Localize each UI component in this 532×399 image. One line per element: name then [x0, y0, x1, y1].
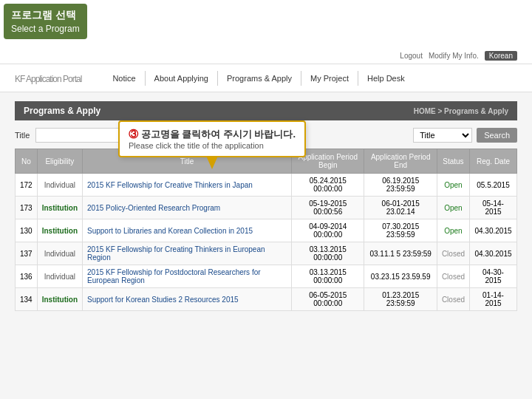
cell-no: 172: [16, 174, 38, 197]
nav-bar: KF Application Portal Notice About Apply…: [0, 64, 532, 92]
col-status: Status: [437, 149, 469, 174]
cell-title[interactable]: 2015 KF Fellowship for Postdoctoral Rese…: [83, 265, 292, 288]
search-button[interactable]: Search: [477, 128, 517, 143]
content-area: Programs & Apply HOME > Programs & Apply…: [0, 92, 532, 320]
cell-end: 01.23.2015 23:59:59: [364, 288, 437, 311]
table-row: 134 Institution Support for Korean Studi…: [16, 288, 517, 311]
col-no: No: [16, 149, 38, 174]
cell-regdate: 05-14-2015: [470, 197, 517, 219]
cell-title[interactable]: 2015 Policy-Oriented Research Program: [83, 197, 292, 219]
cell-regdate: 04.30.2015: [470, 242, 517, 265]
cell-status: Closed: [437, 242, 469, 265]
cell-end: 06.19.2015 23:59:59: [364, 174, 437, 197]
cell-begin: 04-09-2014 00:00:00: [292, 219, 364, 242]
cell-begin: 03.13.2015 00:00:00: [292, 242, 364, 265]
col-end: Application PeriodEnd: [364, 149, 437, 174]
cell-eligibility: Institution: [37, 219, 82, 242]
search-input[interactable]: [35, 128, 124, 143]
cell-no: 137: [16, 242, 38, 265]
nav-helpdesk[interactable]: Help Desk: [358, 71, 414, 86]
cell-title[interactable]: Support for Korean Studies 2 Resources 2…: [83, 288, 292, 311]
cell-regdate: 05.5.2015: [470, 174, 517, 197]
cell-eligibility: Institution: [37, 197, 82, 219]
cell-title[interactable]: 2015 KF Fellowship for Creative Thinkers…: [83, 174, 292, 197]
table-row: 173 Institution 2015 Policy-Oriented Res…: [16, 197, 517, 219]
cell-eligibility: Individual: [37, 265, 82, 288]
program-select-label: 프로그램 선택 Select a Program: [4, 4, 87, 39]
cell-regdate: 04-30-2015: [470, 265, 517, 288]
table-row: 137 Individual 2015 KF Fellowship for Cr…: [16, 242, 517, 265]
nav-project[interactable]: My Project: [301, 71, 358, 86]
cell-begin: 06-05-2015 00:00:00: [292, 288, 364, 311]
cell-begin: 03.13.2015 00:00:00: [292, 265, 364, 288]
cell-status: Closed: [437, 288, 469, 311]
nav-about[interactable]: About Applying: [146, 71, 218, 86]
nav-items: Notice About Applying Programs & Apply M…: [103, 71, 413, 86]
col-regdate: Reg. Date: [470, 149, 517, 174]
modify-link[interactable]: Modify My Info.: [429, 52, 479, 60]
table-row: 136 Individual 2015 KF Fellowship for Po…: [16, 265, 517, 288]
cell-begin: 05.24.2015 00:00:00: [292, 174, 364, 197]
tooltip-en: Please click the title of the applicatio…: [129, 141, 296, 150]
cell-begin: 05-19-2015 00:00:56: [292, 197, 364, 219]
cell-eligibility: Individual: [37, 242, 82, 265]
cell-regdate: 04.30.2015: [470, 219, 517, 242]
nav-notice[interactable]: Notice: [103, 71, 145, 86]
logo: KF Application Portal: [15, 70, 81, 86]
top-bar: Logout Modify My Info. Korean: [0, 48, 532, 64]
cell-eligibility: Institution: [37, 288, 82, 311]
cell-title[interactable]: 2015 KF Fellowship for Creating Thinkers…: [83, 242, 292, 265]
cell-no: 173: [16, 197, 38, 219]
program-select-ko: 프로그램 선택: [11, 8, 80, 23]
breadcrumb: HOME > Programs & Apply: [414, 107, 508, 115]
nav-programs[interactable]: Programs & Apply: [218, 71, 301, 86]
cell-regdate: 01-14-2015: [470, 288, 517, 311]
cell-title[interactable]: Support to Libraries and Korean Collecti…: [83, 219, 292, 242]
cell-status: Closed: [437, 265, 469, 288]
tooltip-ko: ③ 공고명을 클릭하여 주시기 바랍니다.: [129, 128, 296, 141]
cell-status: Open: [437, 197, 469, 219]
title-select[interactable]: Title All: [413, 128, 472, 143]
section-header: Programs & Apply HOME > Programs & Apply: [15, 101, 517, 120]
program-select-en: Select a Program: [11, 23, 80, 35]
section-title: Programs & Apply: [24, 106, 100, 116]
cell-end: 06-01-2015 23.02.14: [364, 197, 437, 219]
logo-kf: KF: [15, 74, 24, 84]
cell-end: 03.23.15 23.59.59: [364, 265, 437, 288]
language-btn[interactable]: Korean: [485, 51, 517, 61]
data-table: No Eligibility Title Application PeriodB…: [15, 149, 517, 311]
table-body: 172 Individual 2015 KF Fellowship for Cr…: [16, 174, 517, 311]
cell-end: 03.11.1 5 23:59:59: [364, 242, 437, 265]
cell-eligibility: Individual: [37, 174, 82, 197]
col-eligibility: Eligibility: [37, 149, 82, 174]
search-row: Title ③ 공고명을 클릭하여 주시기 바랍니다. Please click…: [15, 128, 517, 143]
table-row: 130 Institution Support to Libraries and…: [16, 219, 517, 242]
tooltip-balloon: ③ 공고명을 클릭하여 주시기 바랍니다. Please click the t…: [118, 120, 306, 157]
logo-subtitle: Application Portal: [24, 74, 81, 84]
cell-no: 130: [16, 219, 38, 242]
main-wrapper: Logout Modify My Info. Korean KF Applica…: [0, 48, 532, 399]
cell-end: 07.30.2015 23:59:59: [364, 219, 437, 242]
cell-no: 136: [16, 265, 38, 288]
logout-link[interactable]: Logout: [400, 52, 423, 60]
cell-status: Open: [437, 174, 469, 197]
table-row: 172 Individual 2015 KF Fellowship for Cr…: [16, 174, 517, 197]
tooltip-arrow: [206, 156, 218, 169]
title-label: Title: [15, 131, 30, 140]
cell-status: Open: [437, 219, 469, 242]
cell-no: 134: [16, 288, 38, 311]
